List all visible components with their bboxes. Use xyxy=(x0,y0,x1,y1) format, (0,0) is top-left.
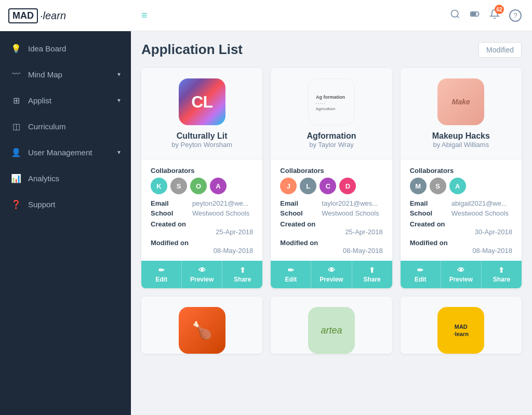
sidebar-item-idea-board[interactable]: 💡 Idea Board xyxy=(0,35,131,61)
card-top: CL Culturally Lit by Peyton Worsham xyxy=(141,68,262,159)
created-value: 25-Apr-2018 xyxy=(151,228,253,236)
card-top: Make Makeup Hacks by Abigail Williams xyxy=(401,68,522,159)
email-value: taylor2021@wes... xyxy=(322,199,378,207)
app-card-foods-for-dudes: 🍗 Foods For Dudes xyxy=(141,297,262,354)
sidebar-item-applist[interactable]: ⊞ Applist ▾ xyxy=(0,87,131,113)
school-value: Westwood Schools xyxy=(322,209,379,217)
school-label: School xyxy=(151,209,192,217)
app-card-culturally-lit: CL Culturally Lit by Peyton Worsham Coll… xyxy=(141,68,262,288)
school-row: School Westwood Schools xyxy=(280,209,382,217)
app-name: Culturally Lit xyxy=(177,131,228,141)
svg-text:Ag formation: Ag formation xyxy=(316,95,345,100)
chevron-down-icon: ▾ xyxy=(117,149,121,156)
modified-label: Modified on xyxy=(151,239,253,247)
page-header: Application List Modified xyxy=(141,42,522,58)
notification-icon[interactable]: 62 xyxy=(489,9,500,22)
card-body: Collaborators J L C D Email taylor2021@w… xyxy=(271,159,392,255)
sidebar-item-support[interactable]: ❓ Support xyxy=(0,191,131,217)
curriculum-icon: ◫ xyxy=(10,121,22,132)
sidebar-item-label: Curriculum xyxy=(28,122,66,131)
logo-learn: ·learn xyxy=(40,10,66,22)
card-top: Ag formation · · · · · Agriculture Agfor… xyxy=(271,68,392,159)
help-icon[interactable]: ? xyxy=(509,9,522,22)
sidebar-nav: 💡 Idea Board 〰 Mind Map ▾ ⊞ Applist ▾ ◫ … xyxy=(0,31,131,415)
svg-text:Agriculture: Agriculture xyxy=(316,107,335,111)
app-card-artea: artea ArtTea xyxy=(271,297,392,354)
email-value: abigail2021@we... xyxy=(451,199,507,207)
modified-section: Modified on 08-May-2018 xyxy=(151,239,253,255)
app-card-agformation: Ag formation · · · · · Agriculture Agfor… xyxy=(271,68,392,288)
modified-value: 08-May-2018 xyxy=(280,247,382,255)
eye-icon: 👁 xyxy=(198,266,206,274)
school-label: School xyxy=(280,209,322,217)
email-label: Email xyxy=(410,199,451,207)
chevron-down-icon: ▾ xyxy=(117,97,121,104)
svg-point-0 xyxy=(451,10,458,17)
app-card-makeup-hacks: Make Makeup Hacks by Abigail Williams Co… xyxy=(401,68,522,288)
share-button[interactable]: ⬆ Share xyxy=(482,261,522,288)
app-icon-artea: artea xyxy=(308,307,355,354)
sidebar-item-label: Idea Board xyxy=(28,44,66,53)
card-top: MAD·learn CoolCatTeacher xyxy=(401,297,522,354)
sidebar-item-curriculum[interactable]: ◫ Curriculum xyxy=(0,113,131,139)
created-label: Created on xyxy=(151,220,253,228)
avatar: A xyxy=(210,178,227,194)
created-section: Created on 30-Apr-2018 xyxy=(410,220,512,236)
sort-filter[interactable]: Modified xyxy=(478,42,522,58)
app-icon-ag: Ag formation · · · · · Agriculture xyxy=(308,78,355,125)
sidebar-item-label: Support xyxy=(28,200,56,209)
sidebar-item-user-management[interactable]: 👤 User Management ▾ xyxy=(0,139,131,165)
preview-button[interactable]: 👁 Preview xyxy=(311,261,352,288)
school-value: Westwood Schools xyxy=(451,209,509,217)
created-label: Created on xyxy=(410,220,512,228)
sidebar-item-mind-map[interactable]: 〰 Mind Map ▾ xyxy=(0,61,131,87)
card-body: Collaborators M S A Email abigail2021@we… xyxy=(401,159,522,255)
share-icon: ⬆ xyxy=(498,266,504,274)
avatar: A xyxy=(449,178,466,194)
email-row: Email peyton2021@we... xyxy=(151,199,253,207)
share-icon: ⬆ xyxy=(240,266,246,274)
topbar: ≡ 62 ? xyxy=(131,0,532,31)
menu-icon[interactable]: ≡ xyxy=(141,9,148,21)
avatar: M xyxy=(410,178,427,194)
edit-button[interactable]: ✏ Edit xyxy=(401,261,441,288)
email-label: Email xyxy=(151,199,192,207)
svg-line-1 xyxy=(457,16,459,18)
share-button[interactable]: ⬆ Share xyxy=(352,261,392,288)
search-icon[interactable] xyxy=(450,9,460,22)
applist-icon: ⊞ xyxy=(10,95,22,106)
app-card-coolcatteacher: MAD·learn CoolCatTeacher xyxy=(401,297,522,354)
logo-mad: MAD xyxy=(12,10,34,21)
avatar: K xyxy=(151,178,167,194)
notification-badge: 62 xyxy=(495,5,504,14)
preview-button[interactable]: 👁 Preview xyxy=(441,261,482,288)
preview-label: Preview xyxy=(449,276,473,283)
share-label: Share xyxy=(493,276,510,283)
preview-button[interactable]: 👁 Preview xyxy=(182,261,222,288)
svg-rect-3 xyxy=(471,13,475,16)
svg-text:·  ·  ·  ·  ·: · · · · · xyxy=(316,102,325,105)
email-value: peyton2021@we... xyxy=(192,199,249,207)
ag-icon-inner: Ag formation · · · · · Agriculture xyxy=(313,88,350,116)
sidebar-item-analytics[interactable]: 📊 Analytics xyxy=(0,165,131,191)
edit-icon: ✏ xyxy=(417,266,423,274)
avatar: S xyxy=(430,178,446,194)
created-section: Created on 25-Apr-2018 xyxy=(280,220,382,236)
modified-value: 08-May-2018 xyxy=(151,247,253,255)
preview-label: Preview xyxy=(190,276,214,283)
share-button[interactable]: ⬆ Share xyxy=(222,261,262,288)
avatar: D xyxy=(339,178,356,194)
created-section: Created on 25-Apr-2018 xyxy=(151,220,253,236)
preview-label: Preview xyxy=(320,276,343,283)
collaborators-label: Collaborators xyxy=(280,167,382,175)
sidebar: MAD ·learn 💡 Idea Board 〰 Mind Map ▾ ⊞ A… xyxy=(0,0,131,415)
email-row: Email taylor2021@wes... xyxy=(280,199,382,207)
edit-label: Edit xyxy=(155,276,167,283)
created-label: Created on xyxy=(280,220,382,228)
edit-button[interactable]: ✏ Edit xyxy=(271,261,311,288)
email-row: Email abigail2021@we... xyxy=(410,199,512,207)
edit-button[interactable]: ✏ Edit xyxy=(141,261,182,288)
collaborators-list: K S O A xyxy=(151,178,253,194)
app-icon-cl: CL xyxy=(179,78,225,125)
main-content: ≡ 62 ? Application List Modified xyxy=(131,0,532,415)
